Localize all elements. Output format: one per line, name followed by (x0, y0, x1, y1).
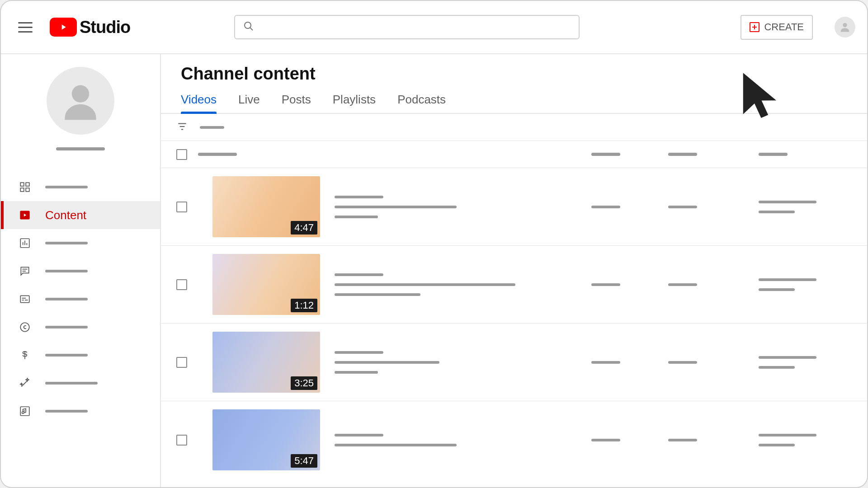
cell-placeholder (759, 366, 795, 369)
channel-avatar[interactable] (47, 67, 114, 135)
svg-rect-15 (20, 296, 29, 302)
sidebar-item-copyright[interactable] (1, 313, 160, 341)
channel-card (1, 67, 160, 150)
filter-placeholder[interactable] (200, 126, 224, 129)
sidebar-item-audio[interactable] (1, 397, 160, 425)
select-all-checkbox[interactable] (176, 149, 187, 160)
sidebar-item-label (45, 242, 88, 244)
sidebar-item-customize[interactable] (1, 369, 160, 397)
sidebar-item-earn[interactable] (1, 341, 160, 369)
sidebar-item-label (45, 298, 88, 300)
tab-videos[interactable]: Videos (181, 93, 217, 113)
copyright-icon (18, 321, 32, 333)
table-row[interactable]: 4:47 (161, 168, 867, 246)
cell-placeholder (759, 211, 795, 213)
studio-logo[interactable]: Studio (50, 18, 130, 37)
video-subtext-placeholder (335, 216, 378, 218)
video-meta (335, 434, 591, 446)
video-duration: 5:47 (291, 454, 317, 468)
table-row[interactable]: 3:25 (161, 324, 867, 401)
tab-playlists[interactable]: Playlists (333, 93, 376, 113)
sidebar-item-label: Content (45, 208, 86, 222)
tab-live[interactable]: Live (238, 93, 260, 113)
cell-placeholder (668, 361, 697, 364)
video-thumbnail[interactable]: 3:25 (212, 332, 320, 393)
sidebar-item-comments[interactable] (1, 257, 160, 285)
sidebar: Content (1, 54, 161, 487)
sidebar-item-subtitles[interactable] (1, 285, 160, 313)
video-desc-placeholder (335, 361, 439, 364)
audio-library-icon (18, 405, 32, 417)
sidebar-item-label (45, 354, 88, 357)
video-duration: 4:47 (291, 221, 317, 235)
table-header (161, 141, 867, 168)
dashboard-icon (18, 181, 32, 193)
search-input[interactable] (260, 22, 571, 33)
sidebar-item-analytics[interactable] (1, 229, 160, 257)
video-thumbnail[interactable]: 5:47 (212, 409, 320, 470)
svg-rect-5 (26, 183, 29, 186)
plus-icon (750, 22, 760, 32)
header: Studio CREATE (1, 1, 867, 54)
video-thumbnail[interactable]: 4:47 (212, 176, 320, 237)
menu-button[interactable] (14, 16, 36, 38)
page-title: Channel content (161, 54, 867, 93)
video-title-placeholder (335, 434, 383, 436)
tab-posts[interactable]: Posts (282, 93, 311, 113)
sidebar-item-label (45, 410, 88, 413)
row-checkbox[interactable] (176, 202, 187, 212)
content-icon (18, 209, 32, 221)
sidebar-item-label (45, 186, 88, 188)
sidebar-item-label (45, 326, 88, 328)
logo-text: Studio (80, 18, 130, 37)
video-duration: 1:12 (291, 299, 317, 312)
video-meta (335, 351, 591, 374)
table-row[interactable]: 5:47 (161, 401, 867, 479)
svg-line-1 (250, 28, 253, 30)
video-desc-placeholder (335, 206, 457, 208)
row-checkbox[interactable] (176, 435, 187, 446)
youtube-play-icon (50, 18, 77, 37)
account-avatar[interactable] (835, 17, 855, 38)
create-button[interactable]: CREATE (741, 15, 813, 40)
tab-podcasts[interactable]: Podcasts (397, 93, 446, 113)
sidebar-item-label (45, 270, 88, 272)
video-subtext-placeholder (335, 371, 378, 374)
svg-rect-21 (20, 407, 29, 416)
video-rows: 4:47 (161, 168, 867, 487)
video-title-placeholder (335, 351, 383, 354)
dollar-icon (18, 349, 32, 361)
cell-placeholder (668, 439, 697, 441)
cell-placeholder (591, 439, 620, 441)
video-thumbnail[interactable]: 1:12 (212, 254, 320, 315)
create-label: CREATE (764, 21, 804, 33)
sidebar-item-dashboard[interactable] (1, 173, 160, 201)
sidebar-item-label (45, 382, 98, 385)
filter-icon[interactable] (176, 121, 188, 134)
cell-placeholder (591, 206, 620, 208)
studio-window: Studio CREATE (0, 0, 868, 488)
cell-placeholder (759, 434, 816, 436)
tabs: Videos Live Posts Playlists Podcasts (161, 93, 867, 114)
main: Channel content Videos Live Posts Playli… (161, 54, 867, 487)
cell-placeholder (759, 356, 816, 359)
cell-placeholder (759, 201, 816, 203)
cell-placeholder (591, 361, 620, 364)
search-icon (243, 21, 254, 33)
cell-placeholder (759, 288, 795, 291)
cell-placeholder (591, 283, 620, 286)
sidebar-item-content[interactable]: Content (1, 201, 160, 229)
column-header-c (759, 153, 788, 156)
table-row[interactable]: 1:12 (161, 246, 867, 324)
video-meta (335, 273, 591, 296)
search-box[interactable] (234, 15, 580, 39)
svg-point-0 (245, 22, 251, 28)
cell-placeholder (668, 283, 697, 286)
svg-rect-4 (20, 183, 24, 186)
row-checkbox[interactable] (176, 279, 187, 290)
column-header-a (591, 153, 620, 156)
video-desc-placeholder (335, 444, 457, 446)
svg-point-19 (20, 323, 29, 332)
row-checkbox[interactable] (176, 357, 187, 368)
svg-point-2 (843, 23, 847, 27)
